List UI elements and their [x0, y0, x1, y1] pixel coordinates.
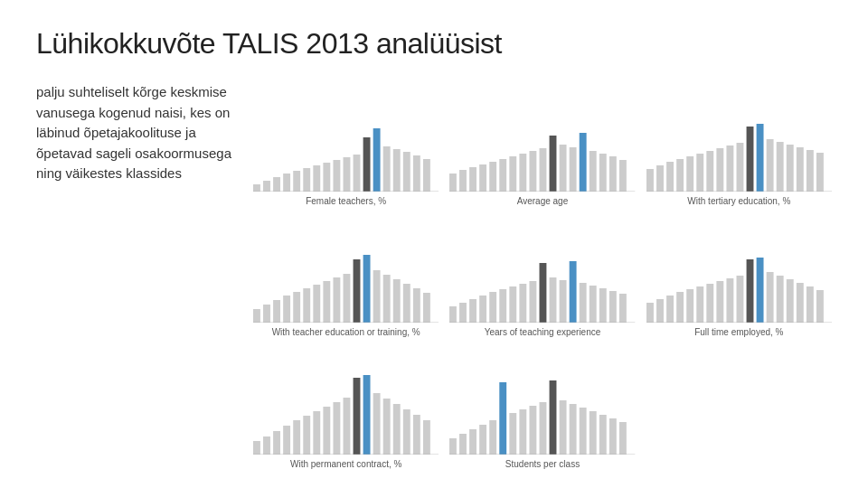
svg-rect-59: [273, 300, 280, 323]
svg-rect-4: [293, 171, 300, 192]
students-per-class-label: Students per class: [505, 458, 580, 470]
svg-rect-15: [403, 152, 410, 192]
svg-rect-41: [676, 159, 684, 192]
svg-rect-46: [726, 145, 733, 192]
full-time-chart: [646, 250, 832, 323]
svg-rect-36: [619, 160, 627, 192]
svg-rect-79: [479, 296, 486, 323]
svg-rect-81: [500, 289, 507, 323]
chart-years-experience: Years of teaching experience: [449, 214, 635, 339]
svg-rect-114: [253, 441, 260, 455]
chart-row-3: With permanent contract, %: [253, 345, 832, 470]
svg-rect-51: [776, 142, 783, 192]
svg-rect-106: [756, 258, 763, 323]
svg-rect-74: [423, 293, 430, 323]
svg-rect-52: [786, 145, 793, 192]
svg-rect-53: [796, 147, 803, 192]
average-age-chart: [449, 119, 635, 192]
svg-rect-86: [550, 277, 557, 323]
svg-rect-112: [816, 290, 824, 323]
svg-rect-123: [344, 398, 351, 455]
svg-rect-54: [807, 150, 814, 192]
teacher-education-chart: [253, 250, 439, 323]
svg-rect-24: [500, 159, 507, 192]
svg-rect-133: [449, 438, 457, 455]
svg-rect-141: [530, 406, 537, 455]
average-age-label: Average age: [517, 195, 569, 207]
svg-rect-103: [726, 278, 733, 323]
chart-tertiary-education: With tertiary education, %: [646, 82, 832, 207]
svg-rect-105: [746, 259, 753, 323]
charts-area: Female teachers, %: [253, 82, 832, 470]
svg-rect-20: [459, 170, 467, 192]
chart-female-teachers: Female teachers, %: [253, 82, 439, 207]
svg-rect-70: [383, 275, 391, 323]
svg-rect-33: [590, 151, 597, 192]
page-title: Lühikokkuvõte TALIS 2013 analüüsist: [36, 27, 832, 61]
left-description: palju suhteliselt kõrge keskmise vanuseg…: [36, 82, 253, 470]
svg-rect-118: [293, 420, 300, 455]
chart-row-1: Female teachers, %: [253, 82, 832, 207]
svg-rect-29: [550, 136, 557, 192]
svg-rect-68: [363, 255, 371, 323]
svg-rect-89: [580, 283, 587, 323]
svg-rect-134: [459, 434, 467, 455]
svg-rect-104: [736, 276, 743, 323]
svg-rect-142: [540, 402, 547, 455]
svg-rect-48: [746, 127, 753, 192]
svg-rect-116: [273, 431, 280, 455]
permanent-contract-label: With permanent contract, %: [290, 458, 401, 470]
svg-rect-83: [520, 284, 527, 323]
svg-rect-122: [333, 402, 340, 455]
svg-rect-72: [403, 284, 410, 323]
svg-rect-88: [570, 261, 577, 323]
svg-rect-47: [736, 143, 743, 192]
svg-rect-35: [609, 156, 617, 192]
svg-rect-0: [253, 184, 260, 192]
svg-rect-39: [656, 165, 664, 192]
female-teachers-label: Female teachers, %: [306, 195, 386, 207]
svg-rect-63: [313, 285, 320, 323]
svg-rect-138: [500, 382, 507, 455]
svg-rect-67: [354, 259, 361, 323]
svg-rect-97: [666, 296, 674, 323]
svg-rect-62: [303, 288, 310, 323]
svg-rect-65: [333, 277, 340, 323]
svg-rect-34: [599, 154, 607, 192]
svg-rect-92: [609, 291, 617, 323]
svg-rect-140: [520, 409, 527, 455]
svg-rect-71: [393, 279, 401, 323]
svg-rect-98: [676, 292, 684, 323]
svg-rect-128: [393, 404, 401, 455]
svg-rect-139: [510, 413, 517, 455]
svg-rect-85: [540, 263, 547, 323]
svg-rect-42: [686, 156, 693, 192]
svg-rect-135: [469, 429, 476, 455]
svg-rect-87: [560, 280, 567, 323]
content-area: palju suhteliselt kõrge keskmise vanuseg…: [36, 82, 832, 470]
svg-rect-125: [363, 375, 371, 455]
tertiary-education-chart: [646, 119, 832, 192]
svg-rect-50: [766, 139, 773, 192]
svg-rect-145: [570, 404, 577, 455]
svg-rect-9: [344, 157, 351, 192]
svg-rect-7: [323, 163, 330, 192]
page: Lühikokkuvõte TALIS 2013 analüüsist palj…: [0, 0, 868, 488]
svg-rect-23: [490, 162, 497, 192]
svg-rect-93: [619, 294, 627, 323]
svg-rect-31: [570, 147, 577, 192]
svg-rect-40: [666, 162, 674, 192]
svg-rect-150: [619, 422, 627, 455]
svg-rect-82: [510, 286, 517, 323]
svg-rect-109: [786, 279, 793, 323]
svg-rect-27: [530, 151, 537, 192]
chart-full-time: Full time employed, %: [646, 214, 832, 339]
female-teachers-chart: [253, 119, 439, 192]
svg-rect-119: [303, 416, 310, 455]
svg-rect-137: [490, 420, 497, 455]
svg-rect-22: [479, 164, 486, 192]
svg-rect-127: [383, 399, 391, 455]
svg-rect-107: [766, 272, 773, 323]
svg-rect-130: [413, 415, 420, 455]
svg-rect-99: [686, 289, 693, 323]
